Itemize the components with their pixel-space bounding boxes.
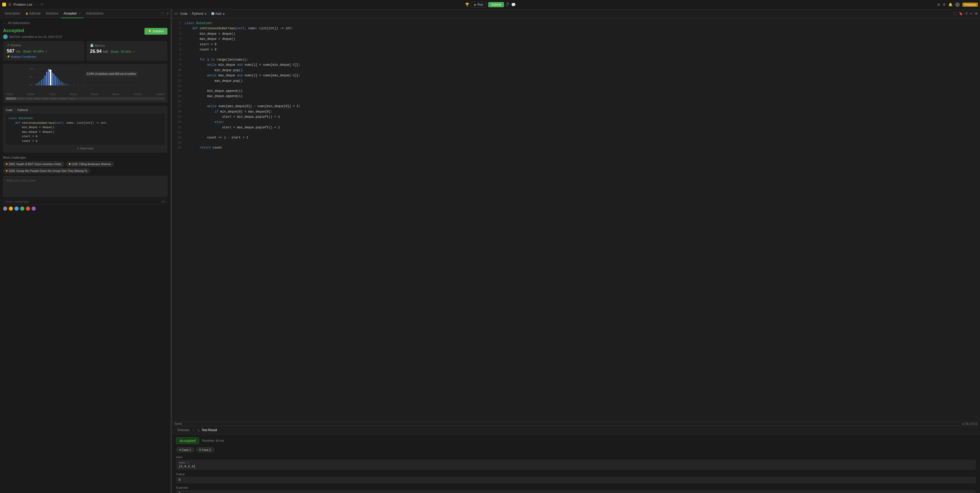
breadcrumb-label[interactable]: All Submissions: [8, 21, 30, 25]
bookmark-icon[interactable]: 🔖: [959, 12, 963, 16]
chart-xaxis: 532ms 622ms 711ms 801ms 891ms 981ms 1070…: [6, 93, 165, 95]
expected-section: Expected 8: [176, 486, 976, 493]
status-info: Accepted 8a2TiO4 submitted at Jun 23, 20…: [3, 28, 62, 39]
runtime-beats-value: 84.69%: [33, 50, 44, 53]
code-lang: Python3: [18, 108, 28, 111]
svg-rect-7: [37, 83, 38, 86]
back-arrow[interactable]: ←: [3, 21, 6, 25]
chart-area: 0.34% of solutions used 828 ms of runtim…: [3, 64, 167, 103]
nav-next-icon[interactable]: ›: [38, 3, 38, 6]
challenge-tag-1105[interactable]: 1105. Filling Bookcase Shelves: [66, 162, 114, 167]
bell-icon[interactable]: 🔔: [948, 3, 953, 6]
expand-editor-icon[interactable]: ⛶: [953, 12, 957, 16]
settings-editor-icon[interactable]: ⚙: [975, 12, 978, 16]
chart-container: 0.34% of solutions used 828 ms of runtim…: [6, 67, 165, 92]
case-1-tab[interactable]: Case 1: [176, 447, 194, 452]
chart-scrollbar[interactable]: 532ms 622ms 711ms 801ms 891ms 981ms 1070…: [6, 97, 165, 100]
output-section: Output 8: [176, 472, 976, 483]
svg-rect-29: [91, 85, 92, 86]
memory-value-row: 26.94 MB Beats 50.34% ✓: [90, 49, 164, 54]
challenge-tag-1902[interactable]: 1902. Depth of BST Given Insertion Order: [3, 162, 64, 167]
svg-text:5%: 5%: [30, 76, 33, 78]
lang-select[interactable]: Python3 ∨: [192, 12, 207, 16]
notes-area[interactable]: Write your notes here: [3, 176, 167, 197]
share-icon[interactable]: ↗: [166, 12, 169, 16]
status-bar: Saved Ln 25, Col 21: [172, 421, 980, 426]
runtime-check: ✓: [45, 50, 48, 53]
color-dot-orange[interactable]: [9, 207, 13, 211]
challenge-tag-1282[interactable]: 1282. Group the People Given the Group S…: [3, 168, 90, 173]
nav-center: 🏆 ▶ Run Submit ⏱ 💬: [465, 2, 515, 8]
tab-accepted[interactable]: Accepted ✕: [61, 9, 83, 18]
avatar[interactable]: [955, 2, 960, 7]
svg-rect-31: [109, 85, 110, 86]
input-value: nums = [5,4,2,4]: [176, 460, 976, 470]
runtime-card: ⏱ Runtime 587 ms Beats 84.69% ✓: [3, 41, 84, 61]
tab-icons: ⛶ ↗: [161, 12, 169, 16]
code-editor[interactable]: 1 class Solution: 2 def continuousSubarr…: [172, 18, 980, 421]
solution-button[interactable]: 💡 Solution: [145, 28, 167, 35]
color-dot-blue[interactable]: [14, 207, 19, 211]
tab-testcase[interactable]: Testcase: [175, 427, 192, 433]
color-dot-red[interactable]: [26, 207, 30, 211]
reset-icon[interactable]: ↺: [965, 12, 968, 16]
color-dot-gray[interactable]: [3, 207, 7, 211]
run-button[interactable]: ▶ Run: [471, 2, 487, 8]
editor-header: </> Code Python3 ∨ 🔤 Auto ∨ ⛶ 🔖 ↺ ↩: [172, 9, 980, 18]
nav-shuffle-icon[interactable]: ⇄: [41, 3, 43, 6]
nav-prev-icon[interactable]: ‹: [34, 3, 35, 6]
tab-test-result[interactable]: >_ Test Result: [195, 427, 220, 433]
code-line-21: 21 start = max_deque.popleft() + 1: [172, 125, 980, 130]
tags-select[interactable]: Select related tags 0/5: [3, 199, 167, 204]
comment-icon[interactable]: 💬: [511, 3, 515, 7]
premium-badge[interactable]: Premium: [963, 3, 978, 7]
case-2-tab[interactable]: Case 2: [196, 447, 214, 452]
color-dot-green[interactable]: [20, 207, 24, 211]
runtime-value: 587: [7, 48, 14, 54]
analyze-link[interactable]: ⚡ Analyze Complexity: [7, 55, 81, 58]
svg-rect-21: [60, 81, 62, 86]
color-dot-purple[interactable]: [32, 207, 36, 211]
code-line-3: 3 min_deque = deque(): [172, 31, 980, 37]
svg-text:0%: 0%: [30, 84, 33, 86]
code-line-24: 24: [172, 140, 980, 145]
nav-left: 🟨 ☰ Problem List ‹ › ⇄: [2, 3, 43, 6]
auto-select[interactable]: 🔤 Auto ∨: [211, 12, 225, 16]
tabs-bar: Description 🔒 Editorial Solutions Accept…: [0, 9, 170, 18]
clock-icon[interactable]: ⏱: [506, 2, 510, 7]
grid-icon[interactable]: ⊞: [937, 3, 940, 6]
tab-submissions[interactable]: Submissions: [83, 9, 106, 18]
code-line-9: 9 while min_deque and nums[i] < nums[min…: [172, 62, 980, 68]
chart-note: 0.34% of solutions used 828 ms of runtim…: [86, 72, 137, 76]
tab-description[interactable]: Description: [2, 9, 23, 18]
svg-rect-33: [127, 85, 127, 86]
submit-button[interactable]: Submit: [488, 2, 504, 7]
code-line-23: 23 count += i - start + 1: [172, 135, 980, 140]
menu-icon[interactable]: ☰: [8, 3, 11, 6]
solution-icon: 💡: [148, 30, 152, 33]
output-label: Output: [176, 472, 976, 476]
svg-rect-20: [59, 80, 60, 86]
view-more[interactable]: ∨ View more: [6, 147, 165, 150]
top-nav: 🟨 ☰ Problem List ‹ › ⇄ 🏆 ▶ Run Submit ⏱ …: [0, 0, 980, 9]
svg-rect-23: [64, 83, 65, 86]
code-line-14: 14 min_deque.append(i): [172, 89, 980, 94]
svg-rect-24: [66, 84, 67, 86]
svg-rect-34: [136, 85, 136, 86]
expand-icon[interactable]: ⛶: [161, 12, 164, 16]
challenge-tags: 1902. Depth of BST Given Insertion Order…: [3, 162, 167, 167]
tab-editorial[interactable]: 🔒 Editorial: [23, 9, 43, 18]
settings-icon[interactable]: ⚙: [943, 3, 946, 6]
more-challenges: More challenges 1902. Depth of BST Given…: [3, 156, 167, 173]
code-section: Code / Python3 class Solution: def conti…: [3, 106, 167, 153]
svg-rect-17: [53, 74, 55, 86]
submitter-name[interactable]: 8a2TiO4: [9, 35, 20, 38]
tab-solutions[interactable]: Solutions: [43, 9, 61, 18]
lightning-icon: ⚡: [7, 55, 10, 58]
output-value: 8: [176, 477, 976, 483]
problem-list-label[interactable]: Problem List: [13, 3, 32, 6]
code-line-4: 4 max_deque = deque(): [172, 37, 980, 42]
code-icon: </>: [174, 12, 178, 15]
undo-icon[interactable]: ↩: [970, 12, 973, 16]
close-accepted-tab[interactable]: ✕: [79, 12, 81, 15]
